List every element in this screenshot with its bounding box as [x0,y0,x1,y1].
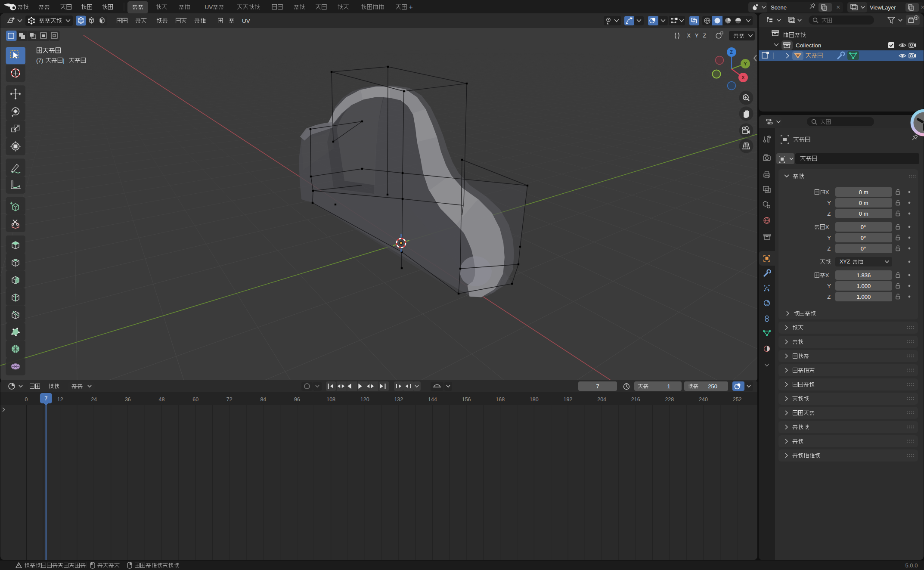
svg-text:Scene: Scene [771,4,787,11]
svg-text:Y: Y [827,235,831,241]
svg-text:+: + [409,3,413,11]
svg-text:156: 156 [462,397,471,403]
svg-text:168: 168 [496,397,505,403]
svg-text:1: 1 [667,383,670,390]
svg-text:48: 48 [159,397,165,403]
svg-text:72: 72 [226,397,233,403]
svg-text:Y: Y [695,33,699,39]
svg-text:7: 7 [44,395,47,402]
svg-text:0°: 0° [861,235,866,241]
svg-text:0 m: 0 m [859,211,868,217]
svg-text:X: X [825,272,829,279]
svg-text:7: 7 [596,383,599,390]
svg-text:Y: Y [827,283,831,289]
svg-text:Y: Y [827,200,831,206]
svg-text:Collection: Collection [796,42,821,49]
svg-text:ViewLayer: ViewLayer [870,4,896,11]
svg-text:216: 216 [631,397,640,403]
svg-text:120: 120 [360,397,369,403]
svg-text:250: 250 [708,383,717,390]
svg-text:0 m: 0 m [859,189,868,195]
svg-text:Z: Z [827,245,831,252]
svg-text:|: | [63,57,65,64]
svg-text:36: 36 [125,397,131,403]
svg-text:UV: UV [242,18,250,24]
svg-text:12: 12 [57,397,63,403]
svg-text:24: 24 [91,397,97,403]
svg-text:(7): (7) [36,57,43,64]
svg-text:132: 132 [394,397,403,403]
svg-text:0 m: 0 m [859,200,868,206]
svg-text:108: 108 [326,397,335,403]
svg-text:Z: Z [827,294,831,300]
svg-text:UV: UV [205,4,213,10]
svg-text:5.0.0: 5.0.0 [905,562,918,569]
svg-text:Z: Z [703,33,706,39]
svg-text:1.000: 1.000 [857,283,871,289]
svg-text:X: X [687,33,691,39]
svg-text:Z: Z [827,211,831,217]
svg-text:1.000: 1.000 [857,294,871,300]
svg-text:✕: ✕ [921,4,924,10]
svg-text:192: 192 [564,397,573,403]
svg-text:240: 240 [699,397,708,403]
svg-text:84: 84 [260,397,266,403]
svg-text:204: 204 [597,397,606,403]
svg-text:0°: 0° [861,224,866,230]
svg-text:Z: Z [730,50,733,55]
svg-text:180: 180 [530,397,539,403]
svg-text:228: 228 [665,397,674,403]
svg-text:0°: 0° [861,245,866,252]
svg-text:✕: ✕ [836,4,840,10]
svg-text:Y: Y [744,61,747,66]
svg-text:144: 144 [428,397,437,403]
svg-text:96: 96 [294,397,300,403]
svg-text:1.836: 1.836 [857,272,871,279]
svg-text:X: X [825,189,829,195]
svg-text:60: 60 [192,397,198,403]
svg-text:XYZ: XYZ [840,259,850,265]
svg-text:252: 252 [733,397,742,403]
svg-text:0: 0 [25,397,28,403]
svg-text:X: X [825,224,829,230]
svg-text:X: X [741,75,745,80]
